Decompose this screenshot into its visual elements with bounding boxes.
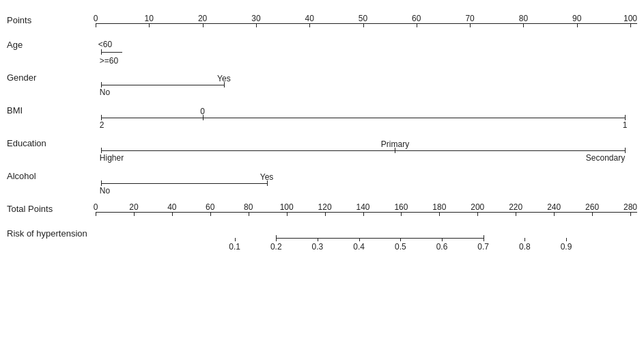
risk-content: 0.10.20.30.40.50.60.70.80.9 <box>96 227 637 254</box>
points-axis: 0102030405060708090100 <box>96 14 637 33</box>
total-points-label: Total Points <box>7 202 96 214</box>
points-label: Points <box>7 14 96 25</box>
age-content: <60>=60 <box>96 38 637 66</box>
risk-label: Risk of hypertension <box>7 227 96 239</box>
alcohol-row: Alcohol YesNo <box>7 170 637 197</box>
education-row: Education PrimaryHigherSecondary <box>7 137 637 164</box>
bmi-content: 021 <box>96 104 637 131</box>
nomogram-chart: Points 0102030405060708090100 Age <60>=6… <box>0 0 644 350</box>
gender-content: YesNo <box>96 71 637 98</box>
alcohol-label: Alcohol <box>7 170 96 181</box>
alcohol-content: YesNo <box>96 170 637 197</box>
gender-row: Gender YesNo <box>7 71 637 98</box>
risk-row: Risk of hypertension 0.10.20.30.40.50.60… <box>7 227 637 254</box>
age-row: Age <60>=60 <box>7 38 637 66</box>
total-points-axis: 020406080100120140160180200220240260280 <box>96 202 637 221</box>
bmi-row: BMI 021 <box>7 104 637 131</box>
bmi-label: BMI <box>7 104 96 116</box>
total-points-row: Total Points 020406080100120140160180200… <box>7 202 637 221</box>
education-content: PrimaryHigherSecondary <box>96 137 637 164</box>
points-row: Points 0102030405060708090100 <box>7 14 637 33</box>
age-label: Age <box>7 38 96 50</box>
education-label: Education <box>7 137 96 148</box>
gender-label: Gender <box>7 71 96 83</box>
